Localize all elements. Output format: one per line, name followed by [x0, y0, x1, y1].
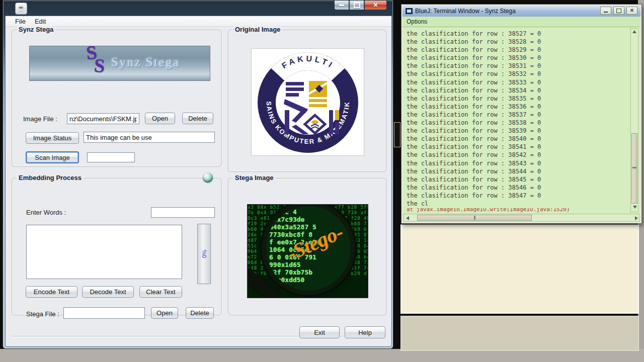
group-title: Synz Stega — [17, 26, 55, 33]
status-orb-icon — [203, 172, 213, 183]
menu-item[interactable]: File — [11, 18, 30, 25]
terminal-output[interactable]: the clasification for row : 38527 = 0the… — [403, 27, 632, 208]
minimize-icon — [604, 12, 608, 13]
terminal-caption-buttons: ✕ — [600, 7, 637, 15]
group-title: Original Image — [233, 26, 282, 33]
terminal-line: the clasification for row : 38534 = 0 — [407, 86, 632, 95]
enter-words-label: Enter Words : — [26, 209, 66, 216]
menu-bar: FileEdit — [6, 16, 391, 27]
terminal-line: the clasification for row : 38533 = 0 — [407, 78, 632, 86]
terminal-line: the clasification for row : 38541 = 0 — [407, 143, 632, 151]
terminal-line: the clasification for row : 38530 = 0 — [407, 54, 632, 62]
minimize-button[interactable] — [334, 1, 349, 10]
terminal-minimize-button[interactable] — [600, 7, 611, 15]
menu-item[interactable]: Edit — [30, 18, 50, 25]
terminal-menubar: Options — [403, 17, 640, 27]
terminal-line: the clasification for row : 38531 = 0 — [407, 62, 632, 70]
delete-stega-button[interactable]: Delete — [186, 307, 214, 319]
bluej-terminal-window: BlueJ: Terminal Window - Synz Stega ✕ Op… — [401, 4, 642, 224]
horizontal-scrollbar[interactable] — [404, 214, 639, 222]
terminal-line: the cl — [407, 200, 632, 208]
fskm-logo: FAKULTI SAINS KOMPUTER & MATEMATIK — [252, 49, 365, 156]
terminal-line: the clasification for row : 38529 = 0 — [407, 46, 632, 54]
terminal-line: the clasification for row : 38538 = 0 — [407, 119, 632, 127]
enter-words-input[interactable] — [151, 207, 215, 218]
terminal-line: the clasification for row : 38539 = 0 — [407, 127, 632, 135]
options-menu[interactable]: Options — [407, 18, 427, 25]
stega-file-label: Stega File : — [26, 310, 59, 318]
scan-image-button[interactable]: Scan Image — [26, 151, 79, 163]
background-scrollbar-fragment — [394, 122, 400, 147]
clear-text-button[interactable]: Clear Text — [139, 286, 182, 298]
maximize-button[interactable] — [349, 1, 364, 10]
thumb-grip — [474, 216, 475, 220]
minimize-icon — [339, 5, 344, 6]
terminal-line: the clasification for row : 38547 = 0 — [407, 192, 632, 200]
terminal-line: the clasification for row : 38535 = 0 — [407, 95, 632, 103]
synz-stega-window: ☕ ✕ FileEdit Synz Stega S S Synz Stega I… — [3, 0, 393, 349]
terminal-title: BlueJ: Terminal Window - Synz Stega — [415, 8, 516, 15]
vertical-scroll-thumb[interactable] — [631, 133, 637, 204]
bluej-terminal-icon — [406, 8, 413, 14]
image-file-label: Image File : — [23, 115, 57, 123]
group-title: Embedding Process — [17, 174, 84, 182]
decode-text-button[interactable]: Decode Text — [82, 286, 134, 298]
terminal-line: the clasification for row : 38528 = 0 — [407, 38, 632, 46]
help-button[interactable]: Help — [345, 326, 385, 338]
delete-image-button[interactable]: Delete — [182, 113, 213, 124]
original-image: FAKULTI SAINS KOMPUTER & MATEMATIK — [251, 48, 364, 156]
close-button[interactable]: ✕ — [364, 1, 387, 10]
open-image-button[interactable]: Open — [145, 113, 175, 124]
app-content: FileEdit Synz Stega S S Synz Stega Image… — [5, 16, 392, 347]
close-icon: ✕ — [373, 2, 378, 8]
words-textarea[interactable] — [26, 225, 182, 279]
terminal-line: the clasification for row : 38544 = 0 — [407, 167, 632, 175]
scroll-left-arrow[interactable] — [406, 216, 409, 220]
progress-value: 0% — [201, 250, 207, 258]
exit-button[interactable]: Exit — [299, 326, 340, 338]
terminal-line: the clasification for row : 38546 = 0 — [407, 184, 632, 192]
lens-hex-row: 0x40 — [269, 284, 351, 291]
original-image-group: Original Image FAKULTI — [228, 30, 386, 172]
banner-image: S S Synz Stega — [29, 46, 210, 81]
terminal-line: the clasification for row : 38542 = 0 — [407, 151, 632, 159]
maximize-icon — [354, 2, 360, 8]
terminal-line: the clasification for row : 38536 = 0 — [407, 103, 632, 111]
embedding-group: Embedding Process Enter Words : 0% Encod… — [12, 178, 221, 315]
synz-stega-group: Synz Stega S S Synz Stega Image File : O… — [12, 30, 221, 167]
banner-title: Synz Stega — [85, 55, 206, 70]
terminal-line: the clasification for row : 38532 = 0 — [407, 70, 632, 78]
scroll-down-arrow[interactable] — [633, 206, 637, 209]
background-window-band — [400, 316, 639, 351]
terminal-maximize-button[interactable] — [613, 7, 624, 15]
image-status-button[interactable]: Image Status — [26, 132, 79, 144]
vertical-scrollbar[interactable] — [630, 28, 638, 212]
open-stega-button[interactable]: Open — [151, 307, 178, 319]
encode-text-button[interactable]: Encode Text — [26, 286, 77, 298]
close-icon: ✕ — [630, 8, 634, 13]
maximize-icon — [616, 9, 621, 13]
terminal-line: the clasification for row : 38540 = 0 — [407, 135, 632, 143]
scan-result-field[interactable] — [87, 152, 135, 162]
group-title: Stega Image — [233, 174, 276, 182]
terminal-line: the clasification for row : 38527 = 0 — [407, 30, 632, 38]
terminal-line: the clasification for row : 38545 = 0 — [407, 175, 632, 184]
scroll-right-arrow[interactable] — [635, 216, 638, 220]
terminal-line: the clasification for row : 38543 = 0 — [407, 159, 632, 167]
stega-image-group: Stega Image a3 08x b52 7e0 9c1 44d 0x3 e… — [228, 178, 386, 315]
caption-buttons: ✕ — [334, 1, 387, 10]
image-file-input[interactable] — [67, 113, 139, 124]
scroll-up-arrow[interactable] — [632, 30, 636, 33]
app-titlebar[interactable]: ☕ ✕ — [3, 1, 393, 16]
stega-file-input[interactable] — [63, 307, 145, 319]
embed-progress-bar: 0% — [197, 224, 211, 284]
terminal-line: the clasification for row : 38537 = 0 — [407, 111, 632, 119]
terminal-error-line: at javax.imageio.ImageIO.write(ImageIO.j… — [407, 208, 628, 214]
thumb-grip — [632, 167, 636, 168]
image-status-field[interactable] — [84, 132, 215, 143]
lens-hex-row: 98e0xdd50 — [269, 276, 351, 284]
terminal-close-button[interactable]: ✕ — [626, 7, 637, 15]
horizontal-scroll-thumb[interactable] — [417, 215, 532, 221]
background-window-cream — [400, 224, 639, 314]
stega-image: a3 08x b52 7e0 9c1 44d 0x3 e77 b20 5f9 1… — [247, 204, 368, 298]
